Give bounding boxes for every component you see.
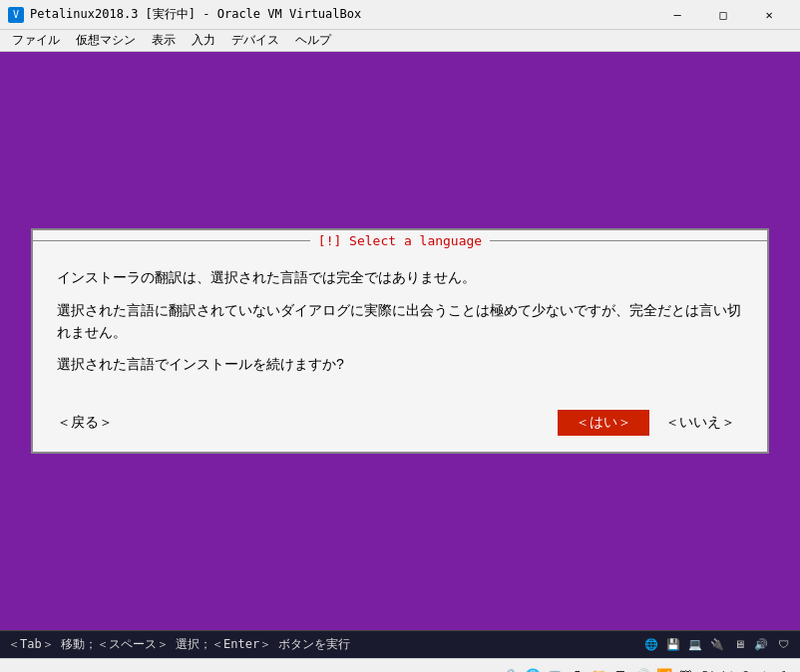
dialog-title: [!] Select a language [310, 233, 490, 248]
yes-button[interactable]: ＜はい＞ [558, 410, 649, 436]
minimize-button[interactable]: — [654, 0, 700, 30]
dialog-body: インストーラの翻訳は、選択された言語では完全ではありません。 選択された言語に翻… [33, 250, 767, 398]
title-line-right [490, 240, 767, 241]
taskbar-icon-8: 📶 [654, 666, 674, 673]
network-icon: 🌐 [642, 636, 660, 654]
back-button[interactable]: ＜戻る＞ [57, 414, 113, 432]
windows-taskbar: 🔒 🌐 💻 🖨 📁 🖥 🔊 📶 🛡 Right Control [0, 658, 800, 672]
display-icon: 🖥 [730, 636, 748, 654]
no-button[interactable]: ＜いいえ＞ [657, 410, 743, 436]
app-icon: V [8, 7, 24, 23]
menu-vm[interactable]: 仮想マシン [68, 30, 144, 52]
menu-input[interactable]: 入力 [184, 30, 223, 52]
taskbar-right: 🔒 🌐 💻 🖨 📁 🖥 🔊 📶 🛡 Right Control [501, 666, 792, 673]
dialog-text-line3: 選択された言語でインストールを続けますか? [57, 353, 743, 375]
sound-icon: 🔊 [752, 636, 770, 654]
window-title: Petalinux2018.3 [実行中] - Oracle VM Virtua… [30, 6, 654, 23]
usb-icon: 🔌 [708, 636, 726, 654]
close-button[interactable]: ✕ [746, 0, 792, 30]
taskbar-icon-9: 🛡 [676, 666, 696, 673]
taskbar-icon-2: 🌐 [523, 666, 543, 673]
dialog-select-language: [!] Select a language インストーラの翻訳は、選択された言語… [31, 228, 769, 454]
dialog-buttons: ＜戻る＞ ＜はい＞ ＜いいえ＞ [33, 398, 767, 452]
taskbar-icon-7: 🔊 [632, 666, 652, 673]
dialog-text-line1: インストーラの翻訳は、選択された言語では完全ではありません。 [57, 266, 743, 288]
cpu-icon: 💻 [686, 636, 704, 654]
menu-file[interactable]: ファイル [4, 30, 68, 52]
taskbar-icon-5: 📁 [589, 666, 608, 673]
shield-icon: 🛡 [774, 636, 792, 654]
menubar: ファイル 仮想マシン 表示 入力 デバイス ヘルプ [0, 30, 800, 52]
menu-view[interactable]: 表示 [144, 30, 184, 52]
statusbar: ＜Tab＞ 移動；＜スペース＞ 選択；＜Enter＞ ボタンを実行 🌐 💾 💻 … [0, 630, 800, 658]
titlebar: V Petalinux2018.3 [実行中] - Oracle VM Virt… [0, 0, 800, 30]
hdd-icon: 💾 [664, 636, 682, 654]
taskbar-icon-4: 🖨 [567, 666, 587, 673]
menu-devices[interactable]: デバイス [223, 30, 287, 52]
taskbar-icon-3: 💻 [545, 666, 565, 673]
dialog-titlebar: [!] Select a language [33, 230, 767, 250]
statusbar-text: ＜Tab＞ 移動；＜スペース＞ 選択；＜Enter＞ ボタンを実行 [8, 636, 642, 653]
taskbar-icon-6: 🖥 [610, 666, 630, 673]
window-controls: — □ ✕ [654, 0, 792, 30]
taskbar-icon-1: 🔒 [501, 666, 521, 673]
statusbar-right: 🌐 💾 💻 🔌 🖥 🔊 🛡 [642, 636, 792, 654]
maximize-button[interactable]: □ [700, 0, 746, 30]
dialog-text-line2: 選択された言語に翻訳されていないダイアログに実際に出会うことは極めて少ないですが… [57, 299, 743, 344]
title-line-left [33, 240, 310, 241]
vm-display: [!] Select a language インストーラの翻訳は、選択された言語… [0, 52, 800, 630]
menu-help[interactable]: ヘルプ [287, 30, 339, 52]
